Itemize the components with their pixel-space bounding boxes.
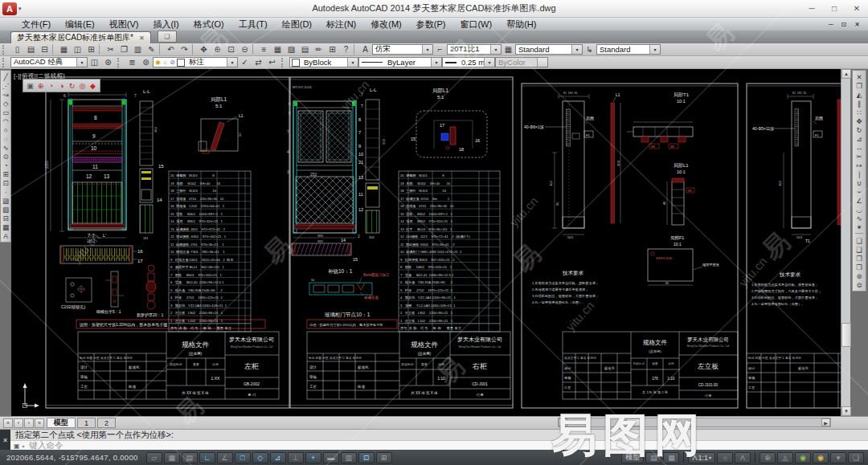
clean-screen-icon[interactable]: ❏	[848, 452, 864, 463]
lwt-toggle[interactable]: ▬	[323, 452, 339, 463]
file-tab[interactable]: 梦天整木家居CAD标准拆单图库* ✕	[10, 31, 151, 43]
prev-layout-button[interactable]: ‹	[14, 418, 23, 428]
send-under-icon[interactable]: ❒	[854, 263, 864, 271]
logo-dropdown-icon[interactable]: ▾	[18, 6, 22, 12]
tab-model[interactable]: 模型	[47, 418, 76, 428]
layer-previous-icon[interactable]: ↩	[265, 57, 279, 68]
tool-palettes-icon[interactable]: ▨	[285, 44, 298, 55]
color-combo[interactable]: ByBlock ▾	[289, 57, 358, 67]
osnap-3d-toggle[interactable]: ◇	[252, 452, 268, 463]
rotate-icon[interactable]: ↻	[854, 125, 864, 134]
properties-icon[interactable]: ≡	[257, 44, 271, 55]
vp-grid-icon[interactable]: ▣	[25, 81, 35, 91]
polyline-icon[interactable]: ↝	[1, 90, 10, 99]
annotation-autoscale-icon[interactable]: Λ	[735, 452, 751, 463]
chevron-down-icon[interactable]: ▾	[571, 45, 582, 54]
menu-file[interactable]: 文件(F)	[14, 18, 58, 31]
text-to-front-icon[interactable]: ⊚	[854, 271, 864, 280]
undo-icon[interactable]: ↶	[164, 44, 178, 55]
insert-block-icon[interactable]: ⊞	[1, 169, 10, 178]
toolbar-grip[interactable]	[281, 58, 287, 67]
menu-insert[interactable]: 插入(I)	[145, 18, 186, 31]
horizontal-scroll-thumb[interactable]	[626, 418, 644, 426]
tab-layout1[interactable]: 1	[77, 418, 96, 428]
maximize-button[interactable]: □	[823, 1, 845, 17]
chevron-down-icon[interactable]: ▾	[649, 45, 660, 54]
scroll-right-icon[interactable]: ▶	[821, 418, 830, 426]
ellipse-arc-icon[interactable]: ◔	[1, 161, 10, 169]
plot-icon[interactable]: ▦	[57, 44, 71, 55]
doc-restore-button[interactable]: ⊡	[837, 21, 851, 28]
scale-icon[interactable]: ⊿	[854, 134, 864, 143]
menu-modify[interactable]: 修改(M)	[363, 18, 409, 31]
grid-toggle[interactable]: ▤	[182, 452, 198, 463]
menu-view[interactable]: 视图(V)	[102, 18, 146, 31]
paste-icon[interactable]: ▥	[131, 44, 145, 55]
match-layer-icon[interactable]: ⇄	[252, 57, 265, 68]
cut-icon[interactable]: ✂	[104, 44, 117, 55]
send-to-back-icon[interactable]: ❑	[854, 245, 864, 254]
zoom-previous-icon[interactable]: ⊖	[238, 44, 252, 55]
chamfer-icon[interactable]: ∠	[854, 196, 864, 205]
zoom-realtime-icon[interactable]: ⊕	[211, 44, 224, 55]
chevron-down-icon[interactable]: ▾	[490, 45, 501, 54]
new-tab-button[interactable]: ❏	[158, 31, 177, 43]
sheet-set-manager-icon[interactable]: ▤	[298, 44, 312, 55]
toolbar-grip[interactable]	[2, 45, 8, 55]
command-close-icon[interactable]: ✕	[0, 430, 10, 451]
horizontal-scrollbar[interactable]: ◀ ▶	[558, 418, 831, 427]
point-icon[interactable]: ∙	[1, 187, 10, 196]
quick-view-layouts-icon[interactable]: ▤	[645, 452, 661, 463]
stretch-icon[interactable]: ↔	[854, 143, 864, 152]
vp-fullnav-icon[interactable]: ◆	[88, 81, 98, 91]
doc-minimize-button[interactable]: ─	[825, 21, 837, 28]
transparency-toggle[interactable]: ▥	[341, 452, 357, 463]
workspace-combo[interactable]: AutoCAD 经典 ▾	[10, 57, 88, 67]
model-space-button[interactable]: 模型	[621, 452, 644, 463]
zoom-window-icon[interactable]: ⊡	[224, 44, 238, 55]
vp-center-icon[interactable]: ◎	[77, 81, 88, 91]
isolate-objects-icon[interactable]: ◉	[795, 452, 811, 463]
command-caret-icon[interactable]: ▾	[23, 443, 25, 449]
match-properties-icon[interactable]: ✎	[145, 44, 158, 55]
chevron-down-icon[interactable]: ▾	[227, 58, 237, 67]
chevron-down-icon[interactable]: ▾	[347, 58, 358, 67]
hatch-to-back-icon[interactable]: ⊜	[854, 280, 864, 289]
hatch-icon[interactable]: ▨	[1, 196, 10, 205]
dyn-toggle[interactable]: +	[305, 452, 321, 463]
help-icon[interactable]: ?	[339, 44, 353, 55]
toolbar-grip[interactable]	[117, 58, 123, 67]
offset-icon[interactable]: ∥	[854, 99, 864, 108]
menu-draw[interactable]: 绘图(D)	[275, 18, 319, 31]
quickcalc-icon[interactable]: ⊞	[326, 44, 339, 55]
table-icon[interactable]: ▦	[1, 222, 10, 231]
save-workspace-icon[interactable]: ◫	[88, 57, 101, 68]
ducs-toggle[interactable]: ⊥	[288, 452, 304, 463]
polar-toggle[interactable]: ∠	[217, 452, 233, 463]
chevron-down-icon[interactable]: ▾	[431, 58, 441, 67]
line-icon[interactable]: ╱	[1, 72, 10, 81]
autocad-logo-icon[interactable]: A	[2, 2, 17, 15]
gradient-icon[interactable]: ▧	[1, 205, 10, 214]
copy-clip-icon[interactable]: ❐	[117, 44, 131, 55]
first-layout-button[interactable]: «	[3, 418, 13, 428]
table-style-combo[interactable]: Standard ▾	[515, 44, 583, 55]
layer-freeze-icon[interactable]: ☼	[162, 59, 168, 66]
otrack-toggle[interactable]: ⊿	[270, 452, 286, 463]
region-icon[interactable]: ⊟	[1, 214, 10, 222]
copy-icon[interactable]: ❐	[854, 81, 864, 90]
close-button[interactable]: ✕	[845, 1, 868, 17]
text-style-combo[interactable]: 仿宋 ▾	[372, 44, 433, 55]
tab-layout2[interactable]: 2	[97, 418, 116, 428]
extend-icon[interactable]: ↦	[854, 161, 864, 169]
vertical-scrollbar[interactable]: ▲ ▼	[841, 69, 850, 416]
linetype-combo[interactable]: ByLayer ▾	[358, 57, 442, 67]
drawing-canvas[interactable]: MT/GY-2014	[11, 69, 841, 416]
bring-above-icon[interactable]: ❐	[854, 254, 864, 263]
workspace-settings-icon[interactable]: ⊛	[101, 57, 115, 68]
layer-properties-icon[interactable]: ≣	[125, 57, 139, 68]
new-file-icon[interactable]: ▯	[10, 44, 24, 55]
menu-tools[interactable]: 工具(T)	[231, 18, 275, 31]
next-layout-button[interactable]: ›	[24, 418, 34, 428]
dim-style-combo[interactable]: 20T1比1 ▾	[447, 44, 502, 55]
